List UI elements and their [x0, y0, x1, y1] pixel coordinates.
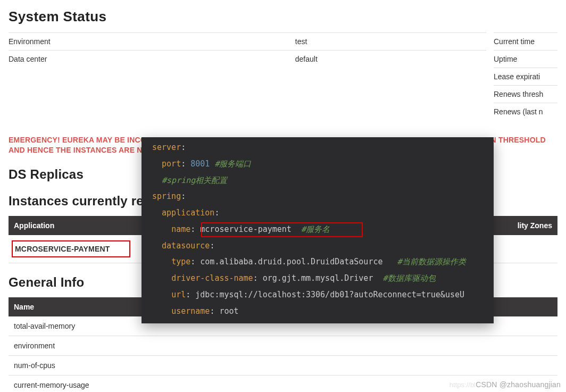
system-status-right-table: Current time Uptime Lease expirati Renew…: [494, 32, 557, 120]
yaml-spring-key: spring: [152, 191, 181, 201]
yaml-port-cmt: #服务端口: [214, 159, 251, 169]
yaml-name-cmt: #服务名: [301, 224, 330, 234]
page-title: System Status: [9, 9, 557, 25]
yaml-url-key: url: [171, 290, 186, 299]
table-row: num-of-cpus: [9, 355, 557, 375]
uptime-label: Uptime: [494, 51, 557, 68]
yaml-type-key: type: [171, 257, 190, 266]
yaml-type-val: com.alibaba.druid.pool.DruidDataSource: [200, 257, 382, 266]
yaml-datasource-key: datasource: [162, 241, 210, 251]
application-name-link[interactable]: MCROSERVICE-PAYMENT: [12, 240, 130, 257]
csdn-watermark: CSDN @zhaoshuangjian: [476, 380, 561, 389]
yaml-name-key: name: [171, 224, 190, 234]
yaml-port-val: 8001: [190, 159, 210, 169]
renews-last-label: Renews (last n: [494, 103, 557, 121]
dc-value: default: [295, 51, 486, 68]
gi-num-of-cpus: num-of-cpus: [9, 355, 557, 375]
dc-label: Data center: [9, 51, 295, 68]
yaml-driver-key: driver-class-name: [171, 273, 253, 283]
yaml-type-cmt: #当前数据源操作类: [397, 257, 466, 266]
code-gutter: [142, 137, 149, 323]
yaml-name-val: mcroservice-payment: [200, 224, 292, 234]
current-time-label: Current time: [494, 33, 557, 51]
table-row: environment: [9, 336, 557, 355]
gi-environment: environment: [9, 336, 557, 355]
yaml-config-overlay: server: port: 8001 #服务端口 #spring相关配置 spr…: [142, 137, 494, 323]
table-row: Data center default: [9, 51, 486, 68]
table-row: Environment test: [9, 33, 486, 51]
lease-exp-label: Lease expirati: [494, 68, 557, 86]
yaml-application-key: application: [162, 208, 214, 218]
yaml-username-key: username: [171, 306, 210, 316]
watermark-faint: https://bl: [450, 381, 476, 389]
env-label: Environment: [9, 33, 295, 51]
yaml-port-key: port: [162, 159, 181, 169]
yaml-url-val: jdbc:mysql://localhost:3306/db01?autoRec…: [195, 290, 464, 299]
renews-thresh-label: Renews thresh: [494, 86, 557, 103]
yaml-username-val: root: [219, 306, 238, 316]
system-status-table: Environment test Data center default: [9, 32, 486, 68]
yaml-server-key: server: [152, 143, 181, 152]
yaml-driver-val: org.gjt.mm.mysql.Driver: [263, 273, 373, 283]
yaml-spring-cmt: #spring相关配置: [162, 176, 227, 185]
env-value: test: [295, 33, 486, 51]
yaml-driver-cmt: #数据库驱动包: [383, 273, 436, 283]
